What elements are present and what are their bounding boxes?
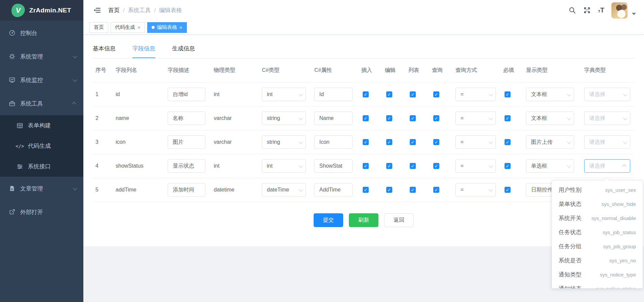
query-checkbox[interactable] xyxy=(433,91,439,97)
field-description-input[interactable]: 名称 xyxy=(168,112,205,125)
edit-checkbox[interactable] xyxy=(386,163,392,169)
display-type-select[interactable]: 文本框 xyxy=(526,88,574,101)
list-checkbox[interactable] xyxy=(410,115,416,121)
csharp-type-select[interactable]: string xyxy=(262,135,306,149)
display-type-select[interactable]: 单选框 xyxy=(526,159,574,173)
user-avatar[interactable] xyxy=(611,2,628,18)
tab-field-info[interactable]: 字段信息 xyxy=(132,43,155,58)
dict-type-select[interactable]: 请选择 xyxy=(584,112,630,125)
sidebar-item-dashboard[interactable]: 控制台 xyxy=(0,21,83,45)
csharp-type-select[interactable]: int xyxy=(262,88,306,101)
dict-option[interactable]: 通知状态 sys_notice_status xyxy=(552,282,643,289)
dict-option[interactable]: 任务状态 sys_job_status xyxy=(552,225,643,239)
dict-type-select[interactable]: 请选择 xyxy=(584,159,630,173)
table-row: 2 name 名称 varchar string Name = xyxy=(93,106,635,130)
tab-basic-info[interactable]: 基本信息 xyxy=(93,43,116,58)
dict-type-select[interactable]: 请选择 xyxy=(584,135,630,149)
column-name: name xyxy=(116,115,168,121)
sidebar-item-code-generation[interactable]: 代码生成 xyxy=(0,136,83,156)
dict-option[interactable]: 通知类型 sys_notice_type xyxy=(552,267,643,282)
chevron-down-icon xyxy=(623,92,628,96)
font-size-icon[interactable] xyxy=(598,7,604,14)
breadcrumb-home[interactable]: 首页 xyxy=(108,6,120,14)
col-header: 字段描述 xyxy=(168,67,214,74)
csharp-type-select[interactable]: string xyxy=(262,112,306,125)
required-checkbox[interactable] xyxy=(505,187,511,193)
search-icon[interactable] xyxy=(568,6,576,14)
sidebar-item-system-api[interactable]: 系统接口 xyxy=(0,156,83,177)
field-description-input[interactable]: 显示状态 xyxy=(168,159,205,173)
dict-option[interactable]: 用户性别 sys_user_sex xyxy=(552,183,643,197)
display-type-select[interactable]: 文本框 xyxy=(526,112,574,125)
close-icon[interactable]: × xyxy=(137,25,140,30)
dict-option[interactable]: 系统开关 sys_normal_disable xyxy=(552,211,643,225)
required-checkbox[interactable] xyxy=(505,163,511,169)
sidebar-item-article-manage[interactable]: 文章管理 xyxy=(0,177,83,200)
query-mode-select[interactable]: = xyxy=(455,112,496,125)
sidebar-item-external-open[interactable]: 外部打开 xyxy=(0,200,83,224)
list-checkbox[interactable] xyxy=(410,187,416,193)
sidebar-item-system-tools[interactable]: 系统工具 xyxy=(0,92,83,115)
app-screen: V ZrAdmin.NET 控制台 系统管理 xyxy=(0,0,644,302)
tag-home[interactable]: 首页 xyxy=(89,22,108,33)
required-checkbox[interactable] xyxy=(505,115,511,121)
sidebar-item-system-monitor[interactable]: 系统监控 xyxy=(0,68,83,92)
tag-code-generation[interactable]: 代码生成 × xyxy=(111,22,145,33)
sidebar-item-form-builder[interactable]: 表单构建 xyxy=(0,115,83,136)
query-mode-select[interactable]: = xyxy=(455,88,496,101)
list-checkbox[interactable] xyxy=(410,139,416,145)
back-button[interactable]: 返回 xyxy=(384,213,414,227)
fullscreen-icon[interactable] xyxy=(583,6,591,14)
required-checkbox[interactable] xyxy=(505,91,511,97)
required-checkbox[interactable] xyxy=(505,139,511,145)
list-checkbox[interactable] xyxy=(410,91,416,97)
breadcrumb-separator: / xyxy=(123,7,125,14)
insert-checkbox[interactable] xyxy=(363,163,369,169)
csharp-type-select[interactable]: dateTime xyxy=(262,183,306,197)
list-checkbox[interactable] xyxy=(410,163,416,169)
query-checkbox[interactable] xyxy=(433,115,439,121)
edit-checkbox[interactable] xyxy=(386,91,392,97)
query-checkbox[interactable] xyxy=(433,187,439,193)
csharp-property-input[interactable]: Icon xyxy=(314,135,353,149)
csharp-property-input[interactable]: AddTime xyxy=(314,183,353,197)
edit-checkbox[interactable] xyxy=(386,139,392,145)
field-description-input[interactable]: 图片 xyxy=(168,135,205,149)
insert-checkbox[interactable] xyxy=(363,91,369,97)
insert-checkbox[interactable] xyxy=(363,115,369,121)
dict-option[interactable]: 任务分组 sys_job_group xyxy=(552,239,643,253)
navbar-actions xyxy=(568,2,636,18)
display-type-select[interactable]: 图片上传 xyxy=(526,135,574,149)
app-logo[interactable]: V ZrAdmin.NET xyxy=(0,0,83,20)
tab-generate-info[interactable]: 生成信息 xyxy=(172,43,195,58)
insert-checkbox[interactable] xyxy=(363,139,369,145)
dict-type-select[interactable]: 请选择 xyxy=(584,88,630,101)
sidebar-item-system-manage[interactable]: 系统管理 xyxy=(0,45,83,68)
dict-option[interactable]: 菜单状态 sys_show_hide xyxy=(552,197,643,211)
csharp-property-input[interactable]: Id xyxy=(314,88,353,101)
csharp-type-select[interactable]: int xyxy=(262,159,306,173)
field-description-input[interactable]: 添加时间 xyxy=(168,183,205,197)
edit-checkbox[interactable] xyxy=(386,115,392,121)
csharp-property-input[interactable]: Name xyxy=(314,112,353,125)
tag-edit-table[interactable]: 编辑表格 × xyxy=(147,22,187,33)
query-mode-select[interactable]: = xyxy=(455,159,496,173)
physical-type: int xyxy=(214,163,262,169)
refresh-button[interactable]: 刷新 xyxy=(349,213,378,227)
csharp-property-input[interactable]: ShowStat xyxy=(314,159,353,173)
fold-sidebar-button[interactable] xyxy=(93,7,102,14)
query-checkbox[interactable] xyxy=(433,139,439,145)
query-mode-value: = xyxy=(460,115,464,121)
sidebar: V ZrAdmin.NET 控制台 系统管理 xyxy=(0,0,83,302)
insert-checkbox[interactable] xyxy=(363,187,369,193)
query-checkbox[interactable] xyxy=(433,163,439,169)
dict-option[interactable]: 系统是否 sys_yes_no xyxy=(552,253,643,267)
avatar-caret-down-icon[interactable] xyxy=(632,13,636,15)
submit-button[interactable]: 提交 xyxy=(314,213,343,227)
field-description-input[interactable]: 自增id xyxy=(168,88,205,101)
query-mode-select[interactable]: = xyxy=(455,135,496,149)
close-icon[interactable]: × xyxy=(179,25,183,30)
query-mode-select[interactable]: = xyxy=(455,183,496,197)
edit-checkbox[interactable] xyxy=(386,187,392,193)
table-row: 4 showStatus 显示状态 int int ShowStat = xyxy=(93,154,635,178)
